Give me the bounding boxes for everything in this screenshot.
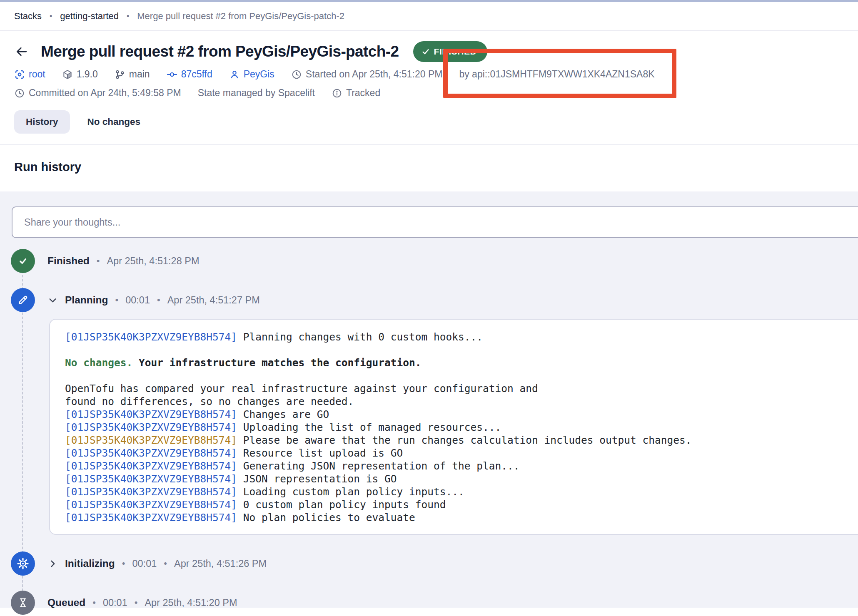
separator-dot: [122, 558, 125, 569]
run-meta-row-2: Committed on Apr 24th, 5:49:58 PM State …: [14, 87, 858, 99]
run-history-heading: Run history: [14, 160, 844, 174]
commit-link[interactable]: 87c5ffd: [167, 69, 212, 80]
log-line-prefix: [01JSP35K40K3PZXVZ9EYB8H574]: [65, 408, 237, 420]
queued-hourglass-icon: [11, 591, 35, 615]
branch-badge: main: [115, 69, 150, 80]
log-line-text: Please be aware that the run changes cal…: [237, 434, 692, 446]
log-line: found no differences, so no changes are …: [65, 395, 858, 408]
log-line-text: Changes are GO: [237, 408, 329, 420]
branch-icon: [115, 69, 125, 80]
log-line: [01JSP35K40K3PZXVZ9EYB8H574] 0 custom pl…: [65, 498, 858, 511]
run-type-label: Tracked: [346, 87, 380, 99]
log-line: [01JSP35K40K3PZXVZ9EYB8H574] JSON repres…: [65, 472, 858, 485]
timeline-label: Queued: [47, 597, 85, 609]
state-managed-label: State managed by Spacelift: [198, 87, 315, 99]
log-line-text: Planning changes with 0 custom hooks...: [237, 331, 483, 343]
clock-icon: [14, 88, 25, 99]
chevron-down-icon[interactable]: [47, 295, 58, 306]
breadcrumb-separator: •: [127, 12, 129, 21]
timeline-label: Finished: [47, 255, 90, 267]
timeline-duration: 00:01: [103, 597, 127, 609]
log-line: [01JSP35K40K3PZXVZ9EYB8H574] Please be a…: [65, 434, 858, 447]
log-line-text: OpenTofu has compared your real infrastr…: [65, 383, 538, 395]
log-line-prefix: No changes.: [65, 357, 132, 369]
page-title: Merge pull request #2 from PeyGis/PeyGis…: [41, 43, 399, 60]
separator-dot: [97, 256, 100, 266]
log-line-prefix: [01JSP35K40K3PZXVZ9EYB8H574]: [65, 460, 237, 472]
run-feed: Finished Apr 25th, 4:51:28 PM Planning 0…: [0, 191, 858, 608]
clock-icon: [291, 69, 302, 80]
stack-icon: [14, 69, 25, 80]
commit-icon: [167, 69, 177, 80]
run-tabs: History No changes: [14, 110, 858, 134]
timeline-timestamp: Apr 25th, 4:51:20 PM: [145, 597, 237, 609]
timeline-duration: 00:01: [132, 558, 157, 569]
log-line-text: Resource list upload is GO: [237, 447, 403, 459]
tab-no-changes[interactable]: No changes: [87, 117, 141, 127]
separator-dot: [157, 295, 160, 306]
title-row: Merge pull request #2 from PeyGis/PeyGis…: [14, 41, 858, 62]
status-badge-label: FINISHED: [434, 47, 477, 57]
log-line-text: JSON representation is GO: [237, 473, 397, 485]
commit-label: 87c5ffd: [181, 69, 212, 80]
timeline-timestamp: Apr 25th, 4:51:28 PM: [107, 256, 199, 267]
log-line-text: Loading custom plan policy inputs...: [237, 486, 464, 498]
version-label: 1.9.0: [77, 69, 98, 80]
separator-dot: [115, 295, 118, 306]
finished-row-head: Finished Apr 25th, 4:51:28 PM: [47, 255, 200, 267]
planning-log-panel[interactable]: [01JSP35K40K3PZXVZ9EYB8H574] Planning ch…: [49, 319, 858, 535]
version-badge: 1.9.0: [62, 69, 98, 80]
run-header: Merge pull request #2 from PeyGis/PeyGis…: [0, 31, 858, 145]
state-managed: State managed by Spacelift: [198, 87, 315, 99]
log-line: [01JSP35K40K3PZXVZ9EYB8H574] No plan pol…: [65, 511, 858, 524]
back-arrow-icon: [15, 45, 29, 59]
log-line-prefix: [01JSP35K40K3PZXVZ9EYB8H574]: [65, 421, 237, 433]
log-line: [01JSP35K40K3PZXVZ9EYB8H574] Loading cus…: [65, 485, 858, 498]
started-at-label: Started on Apr 25th, 4:51:20 PM: [306, 69, 443, 80]
cube-icon: [62, 69, 73, 80]
check-icon: [422, 47, 430, 56]
log-line-prefix: [01JSP35K40K3PZXVZ9EYB8H574]: [65, 331, 237, 343]
log-line-text: Uploading the list of managed resources.…: [237, 421, 501, 433]
planning-pencil-icon: [11, 288, 35, 312]
queued-row-head: Queued 00:01 Apr 25th, 4:51:20 PM: [47, 597, 237, 609]
run-type: Tracked: [332, 87, 380, 99]
run-history-section: Run history: [0, 145, 858, 191]
log-line: [65, 343, 858, 356]
log-line-text: 0 custom plan policy inputs found: [237, 499, 446, 511]
timeline-timestamp: Apr 25th, 4:51:26 PM: [174, 558, 267, 569]
breadcrumb-separator: •: [50, 12, 52, 21]
log-line-text: No plan policies to evaluate: [237, 512, 415, 524]
log-line: [01JSP35K40K3PZXVZ9EYB8H574] Resource li…: [65, 447, 858, 460]
timeline-timestamp: Apr 25th, 4:51:27 PM: [167, 295, 260, 306]
author-link[interactable]: PeyGis: [229, 69, 274, 80]
back-button[interactable]: [14, 44, 29, 59]
stack-link[interactable]: root: [14, 69, 45, 80]
user-icon: [229, 69, 240, 80]
finished-check-icon: [11, 249, 35, 273]
planning-row-head[interactable]: Planning 00:01 Apr 25th, 4:51:27 PM: [47, 294, 260, 306]
timeline-label: Planning: [65, 294, 108, 306]
breadcrumb-stack-name[interactable]: getting-started: [60, 11, 119, 22]
timeline-row-queued: Queued 00:01 Apr 25th, 4:51:20 PM: [0, 591, 858, 615]
initializing-gear-icon: [11, 551, 35, 576]
committed-at-label: Committed on Apr 24th, 5:49:58 PM: [29, 87, 181, 99]
breadcrumb-stacks[interactable]: Stacks: [14, 11, 42, 22]
initializing-row-head[interactable]: Initializing 00:01 Apr 25th, 4:51:26 PM: [47, 558, 267, 569]
tab-history[interactable]: History: [14, 110, 70, 134]
comment-input[interactable]: [12, 206, 858, 238]
timeline-duration: 00:01: [125, 295, 150, 306]
log-line-prefix: [01JSP35K40K3PZXVZ9EYB8H574]: [65, 447, 237, 459]
log-line-prefix: [01JSP35K40K3PZXVZ9EYB8H574]: [65, 434, 237, 446]
log-line-text: found no differences, so no changes are …: [65, 395, 354, 407]
committed-at: Committed on Apr 24th, 5:49:58 PM: [14, 87, 181, 99]
run-meta-row-1: root 1.9.0 main 87c5ffd PeyGis Started o…: [14, 69, 858, 80]
breadcrumb: Stacks • getting-started • Merge pull re…: [0, 2, 858, 31]
separator-dot: [164, 558, 167, 569]
log-line-prefix: [01JSP35K40K3PZXVZ9EYB8H574]: [65, 486, 237, 498]
log-line-prefix: [01JSP35K40K3PZXVZ9EYB8H574]: [65, 512, 237, 524]
chevron-right-icon[interactable]: [47, 559, 58, 569]
triggered-by-label: by api::01JSMHTFM9TXWW1XK4AZN1SA8K: [459, 69, 654, 80]
branch-label: main: [129, 69, 150, 80]
separator-dot: [92, 597, 96, 608]
